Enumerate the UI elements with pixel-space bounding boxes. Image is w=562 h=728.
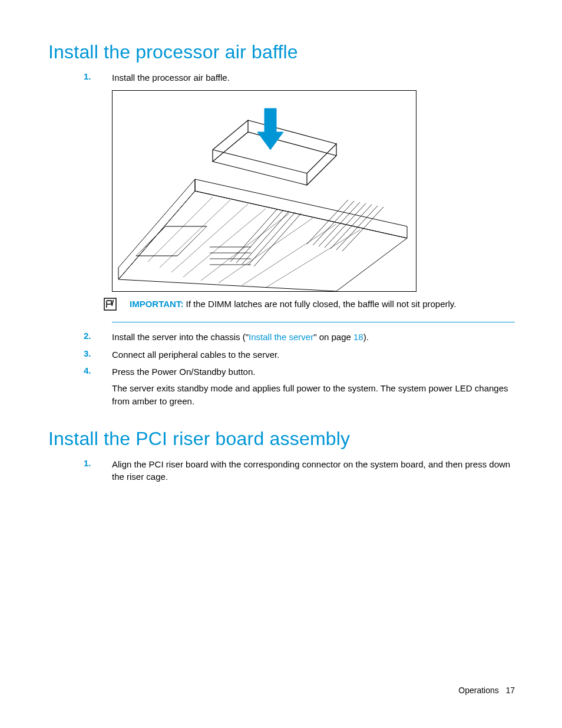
step-number: 2.	[84, 331, 112, 344]
steps-list-2: 1. Align the PCI riser board with the co…	[48, 458, 515, 484]
step-text: Install the processor air baffle.	[112, 71, 515, 84]
steps-list-1b: 2. Install the server into the chassis (…	[48, 331, 515, 408]
step-1: 1. Install the processor air baffle.	[48, 71, 515, 84]
step-3: 3. Connect all peripheral cables to the …	[48, 348, 515, 361]
step-number: 3.	[84, 348, 112, 361]
figure-air-baffle	[112, 90, 416, 292]
step-number: 1.	[84, 458, 112, 484]
divider	[112, 322, 515, 322]
step-pci-1: 1. Align the PCI riser board with the co…	[48, 458, 515, 484]
step-text: Align the PCI riser board with the corre…	[112, 458, 515, 484]
page-footer: Operations 17	[458, 686, 515, 695]
svg-rect-0	[136, 226, 207, 256]
step-4: 4. Press the Power On/Standby button. Th…	[48, 365, 515, 407]
step-2: 2. Install the server into the chassis (…	[48, 331, 515, 344]
link-install-server[interactable]: Install the server	[249, 332, 313, 342]
step-text: Connect all peripheral cables to the ser…	[112, 348, 515, 361]
step-text: Install the server into the chassis ("In…	[112, 331, 515, 344]
important-icon	[100, 298, 120, 312]
footer-page-number: 17	[505, 686, 515, 695]
step-number: 4.	[84, 365, 112, 407]
important-text: IMPORTANT: If the DIMM latches are not f…	[120, 298, 515, 311]
steps-list-1: 1. Install the processor air baffle.	[48, 71, 515, 84]
step-number: 1.	[84, 71, 112, 84]
step-text: Press the Power On/Standby button. The s…	[112, 365, 515, 407]
step-4-paragraph: The server exits standby mode and applie…	[112, 382, 515, 408]
link-page-18[interactable]: 18	[353, 332, 363, 342]
important-label: IMPORTANT:	[130, 299, 183, 309]
footer-section: Operations	[458, 686, 498, 695]
important-body: If the DIMM latches are not fully closed…	[183, 299, 456, 309]
important-callout: IMPORTANT: If the DIMM latches are not f…	[100, 295, 515, 315]
diagram-air-baffle-svg	[113, 91, 416, 291]
heading-install-air-baffle: Install the processor air baffle	[48, 41, 515, 63]
heading-install-pci-riser: Install the PCI riser board assembly	[48, 428, 515, 450]
